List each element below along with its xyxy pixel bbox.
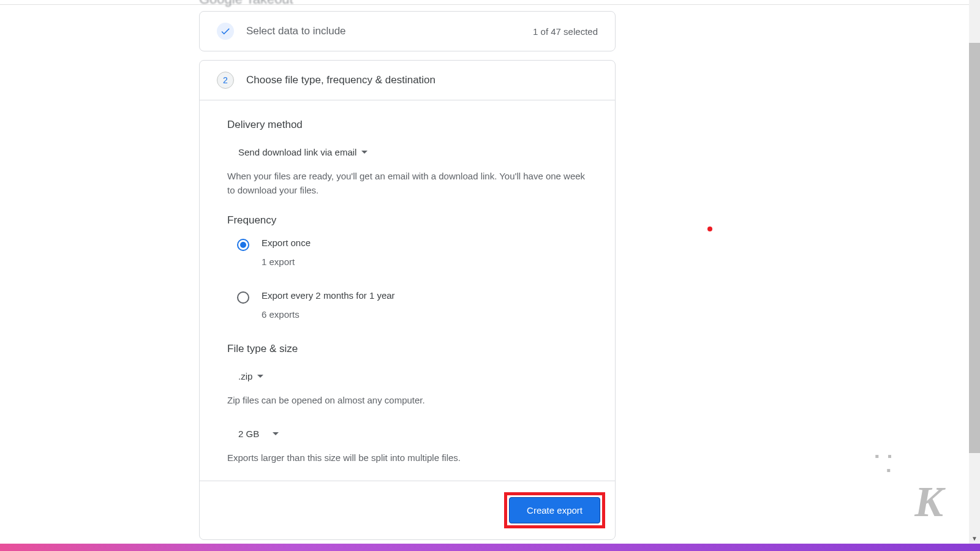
radio-icon: [237, 239, 249, 251]
watermark-k-icon: K: [914, 478, 943, 527]
frequency-option-every2months[interactable]: Export every 2 months for 1 year 6 expor…: [237, 290, 587, 320]
page-title: Google Takeout: [199, 0, 293, 7]
delivery-method-selected: Send download link via email: [238, 147, 356, 157]
step2-body: Delivery method Send download link via e…: [200, 100, 615, 465]
cursor-dot-icon: [707, 227, 712, 231]
create-export-button[interactable]: Create export: [509, 497, 600, 523]
filetype-selected: .zip: [238, 371, 252, 381]
filetype-helper: Zip files can be opened on almost any co…: [227, 394, 587, 408]
filesize-selected: 2 GB: [238, 429, 259, 439]
step1-title: Select data to include: [246, 25, 346, 37]
chevron-down-icon: [361, 151, 368, 154]
step2-header: 2 Choose file type, frequency & destinat…: [200, 61, 615, 100]
frequency-once-label: Export once: [262, 238, 311, 248]
step2-card: 2 Choose file type, frequency & destinat…: [199, 60, 616, 540]
step1-card[interactable]: Select data to include 1 of 47 selected: [199, 11, 616, 51]
step1-selected-count: 1 of 47 selected: [533, 26, 598, 37]
step1-header[interactable]: Select data to include 1 of 47 selected: [200, 12, 615, 51]
chevron-down-icon: [257, 375, 263, 378]
frequency-option-once[interactable]: Export once 1 export: [237, 238, 587, 267]
page-header: Google Takeout: [0, 0, 980, 5]
step2-footer: Create export: [200, 481, 615, 539]
delivery-heading: Delivery method: [227, 119, 587, 131]
delivery-helper: When your files are ready, you'll get an…: [227, 170, 587, 197]
scrollbar-thumb[interactable]: [969, 43, 980, 453]
check-icon: [217, 23, 234, 40]
frequency-2mo-label: Export every 2 months for 1 year: [262, 290, 395, 301]
scroll-down-icon[interactable]: ▼: [969, 533, 980, 544]
filetype-dropdown[interactable]: .zip: [227, 366, 267, 386]
filesize-helper: Exports larger than this size will be sp…: [227, 451, 587, 465]
frequency-once-sublabel: 1 export: [262, 257, 311, 267]
filetype-heading: File type & size: [227, 343, 587, 355]
main-container: Select data to include 1 of 47 selected …: [199, 11, 616, 540]
scrollbar[interactable]: ▼: [969, 0, 980, 544]
delivery-method-dropdown[interactable]: Send download link via email: [227, 142, 371, 162]
create-export-highlight: Create export: [504, 492, 605, 528]
frequency-radio-group: Export once 1 export Export every 2 mont…: [227, 238, 587, 320]
frequency-2mo-sublabel: 6 exports: [262, 309, 395, 320]
watermark-dots-icon: ▪ ▪ ▪: [875, 449, 894, 478]
filesize-dropdown[interactable]: 2 GB: [227, 424, 282, 444]
step2-number-icon: 2: [217, 72, 234, 89]
radio-icon: [237, 291, 249, 304]
frequency-heading: Frequency: [227, 214, 587, 227]
step2-title: Choose file type, frequency & destinatio…: [246, 74, 435, 86]
gradient-footer-bar: [0, 544, 980, 551]
chevron-down-icon: [273, 432, 279, 435]
